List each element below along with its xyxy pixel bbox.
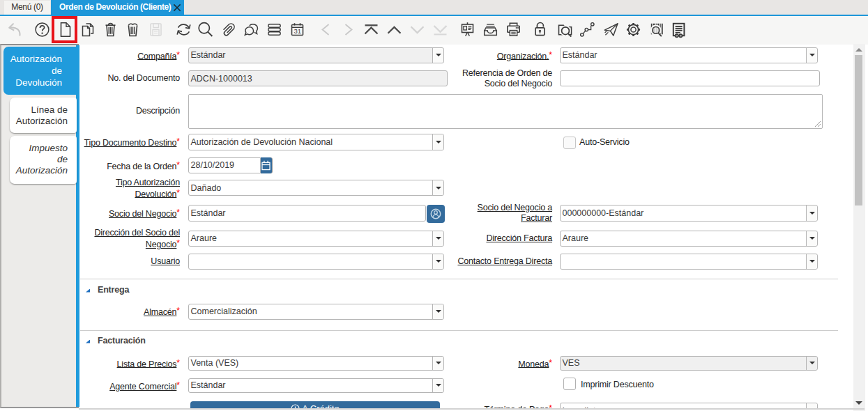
svg-text:31: 31 xyxy=(294,27,301,35)
